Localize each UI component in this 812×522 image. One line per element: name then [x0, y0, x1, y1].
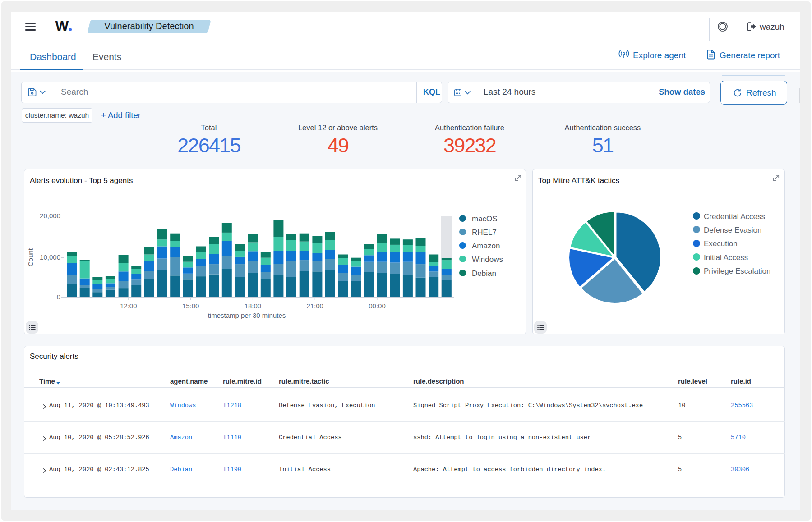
- svg-text:Count: Count: [27, 248, 34, 266]
- svg-text:21:00: 21:00: [306, 302, 323, 310]
- svg-text:20,000: 20,000: [40, 212, 60, 220]
- svg-text:12:00: 12:00: [120, 302, 137, 310]
- svg-text:10,000: 10,000: [40, 253, 60, 261]
- svg-text:15:00: 15:00: [182, 302, 199, 310]
- svg-text:18:00: 18:00: [245, 302, 262, 310]
- svg-text:timestamp per 30 minutes: timestamp per 30 minutes: [208, 311, 286, 319]
- svg-text:00:00: 00:00: [369, 302, 386, 310]
- svg-text:0: 0: [57, 293, 60, 301]
